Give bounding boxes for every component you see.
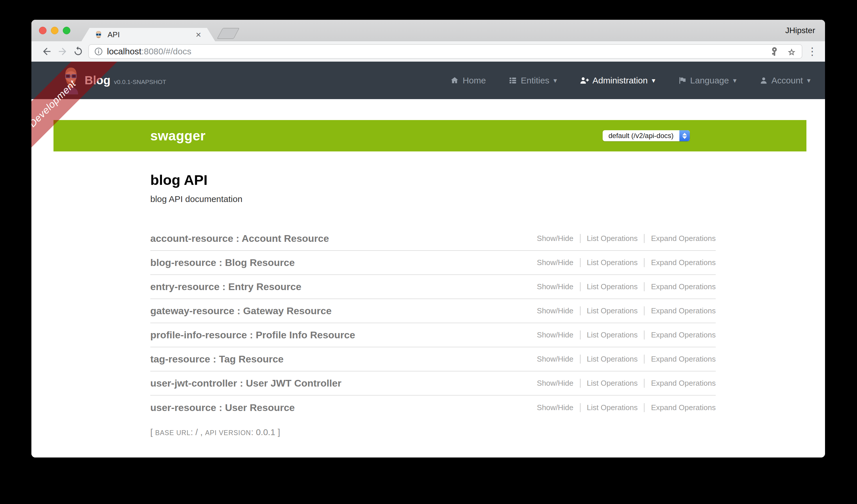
list-operations-link[interactable]: List Operations — [580, 258, 644, 267]
user-plus-icon — [580, 76, 589, 85]
resource-title[interactable]: user-jwt-controller : User JWT Controlle… — [150, 377, 531, 389]
footer-sep: : — [190, 427, 195, 437]
resource-row: profile-info-resource : Profile Info Res… — [150, 323, 716, 347]
close-window-button[interactable] — [39, 27, 47, 34]
nav-item-language[interactable]: Language ▾ — [678, 75, 737, 85]
chevron-down-icon: ▾ — [807, 77, 810, 85]
flag-icon — [678, 76, 687, 85]
api-spec-select[interactable]: default (/v2/api-docs) — [603, 130, 690, 141]
chevron-down-icon: ▾ — [652, 77, 655, 85]
show-hide-link[interactable]: Show/Hide — [531, 258, 580, 267]
url-text[interactable]: localhost:8080/#/docs — [107, 47, 191, 56]
nav-item-administration[interactable]: Administration ▾ — [580, 75, 655, 85]
expand-operations-link[interactable]: Expand Operations — [644, 331, 716, 339]
resource-row: gateway-resource : Gateway Resource Show… — [150, 299, 716, 323]
select-arrows-icon — [679, 130, 690, 141]
resource-row: user-jwt-controller : User JWT Controlle… — [150, 371, 716, 396]
api-version-label: API VERSION — [205, 429, 251, 437]
resource-operations: Show/Hide List Operations Expand Operati… — [531, 282, 716, 291]
api-subtitle: blog API documentation — [150, 195, 716, 203]
show-hide-link[interactable]: Show/Hide — [531, 331, 580, 339]
traffic-lights — [39, 20, 70, 41]
browser-window: API × JHipster — [31, 20, 825, 457]
expand-operations-link[interactable]: Expand Operations — [644, 258, 716, 267]
resource-title[interactable]: tag-resource : Tag Resource — [150, 353, 531, 365]
page-viewport: Development Blog — [31, 62, 825, 457]
nav-item-home[interactable]: Home — [450, 75, 486, 85]
expand-operations-link[interactable]: Expand Operations — [644, 282, 716, 291]
list-operations-link[interactable]: List Operations — [580, 355, 644, 364]
api-spec-select-value: default (/v2/api-docs) — [603, 130, 679, 141]
url-path: :8080/#/docs — [141, 47, 191, 56]
list-operations-link[interactable]: List Operations — [580, 234, 644, 243]
star-icon[interactable] — [787, 47, 796, 56]
app-navbar: Blog v0.0.1-SNAPSHOT Home — [31, 62, 825, 99]
swagger-logo: swagger — [150, 128, 205, 144]
expand-operations-link[interactable]: Expand Operations — [644, 234, 716, 243]
browser-toolbar: localhost:8080/#/docs ⋮ — [31, 41, 825, 62]
address-bar[interactable]: localhost:8080/#/docs — [88, 44, 802, 59]
page-info-icon[interactable] — [94, 47, 103, 56]
url-host: localhost — [107, 47, 141, 56]
key-icon[interactable] — [770, 47, 779, 56]
api-version-value: 0.0.1 — [256, 427, 275, 437]
show-hide-link[interactable]: Show/Hide — [531, 234, 580, 243]
show-hide-link[interactable]: Show/Hide — [531, 355, 580, 364]
minimize-window-button[interactable] — [51, 27, 58, 34]
reload-icon[interactable] — [71, 45, 85, 58]
resource-list: account-resource : Account Resource Show… — [150, 227, 716, 420]
browser-menu-icon[interactable]: ⋮ — [806, 46, 818, 57]
expand-operations-link[interactable]: Expand Operations — [644, 306, 716, 315]
list-operations-link[interactable]: List Operations — [580, 331, 644, 339]
expand-operations-link[interactable]: Expand Operations — [644, 403, 716, 412]
resource-title[interactable]: blog-resource : Blog Resource — [150, 257, 531, 268]
tab-close-icon[interactable]: × — [196, 30, 201, 39]
browser-tab-api[interactable]: API × — [81, 28, 215, 41]
resource-operations: Show/Hide List Operations Expand Operati… — [531, 331, 716, 339]
show-hide-link[interactable]: Show/Hide — [531, 306, 580, 315]
nav-label: Account — [772, 75, 803, 85]
footer-comma: , — [198, 427, 205, 437]
new-tab-button[interactable] — [217, 28, 239, 39]
show-hide-link[interactable]: Show/Hide — [531, 403, 580, 412]
resource-title[interactable]: entry-resource : Entry Resource — [150, 281, 531, 292]
resource-title[interactable]: user-resource : User Resource — [150, 402, 531, 413]
resource-row: blog-resource : Blog Resource Show/Hide … — [150, 251, 716, 275]
forward-arrow-icon — [56, 45, 69, 58]
expand-operations-link[interactable]: Expand Operations — [644, 355, 716, 364]
footer-bracket: [ — [150, 427, 153, 437]
expand-operations-link[interactable]: Expand Operations — [644, 379, 716, 388]
back-arrow-icon[interactable] — [40, 45, 53, 58]
resource-title[interactable]: gateway-resource : Gateway Resource — [150, 305, 531, 317]
resource-row: user-resource : User Resource Show/Hide … — [150, 396, 716, 420]
list-operations-link[interactable]: List Operations — [580, 403, 644, 412]
jhipster-favicon-icon — [94, 30, 103, 39]
list-operations-link[interactable]: List Operations — [580, 282, 644, 291]
nav-label: Administration — [592, 75, 648, 85]
zoom-window-button[interactable] — [63, 27, 70, 34]
base-url-label: BASE URL — [155, 429, 191, 437]
show-hide-link[interactable]: Show/Hide — [531, 282, 580, 291]
resource-title[interactable]: account-resource : Account Resource — [150, 233, 531, 244]
footer-sep: : — [251, 427, 256, 437]
nav-item-entities[interactable]: Entities ▾ — [508, 75, 557, 85]
brand-version: v0.0.1-SNAPSHOT — [114, 79, 166, 85]
window-title: JHipster — [785, 20, 815, 41]
resource-operations: Show/Hide List Operations Expand Operati… — [531, 379, 716, 388]
resource-operations: Show/Hide List Operations Expand Operati… — [531, 355, 716, 364]
chevron-down-icon: ▾ — [554, 77, 557, 85]
resource-row: tag-resource : Tag Resource Show/Hide Li… — [150, 347, 716, 371]
nav-label: Home — [463, 75, 486, 85]
nav-menu: Home Entities ▾ — [450, 75, 810, 85]
resource-row: entry-resource : Entry Resource Show/Hid… — [150, 275, 716, 299]
api-title: blog API — [150, 173, 716, 187]
nav-item-account[interactable]: Account ▾ — [759, 75, 810, 85]
browser-titlebar: API × JHipster — [31, 20, 825, 41]
resource-title[interactable]: profile-info-resource : Profile Info Res… — [150, 329, 531, 341]
footer-bracket: ] — [278, 427, 280, 437]
list-operations-link[interactable]: List Operations — [580, 306, 644, 315]
resource-operations: Show/Hide List Operations Expand Operati… — [531, 258, 716, 267]
list-operations-link[interactable]: List Operations — [580, 379, 644, 388]
show-hide-link[interactable]: Show/Hide — [531, 379, 580, 388]
api-content: blog API blog API documentation account-… — [31, 173, 825, 437]
